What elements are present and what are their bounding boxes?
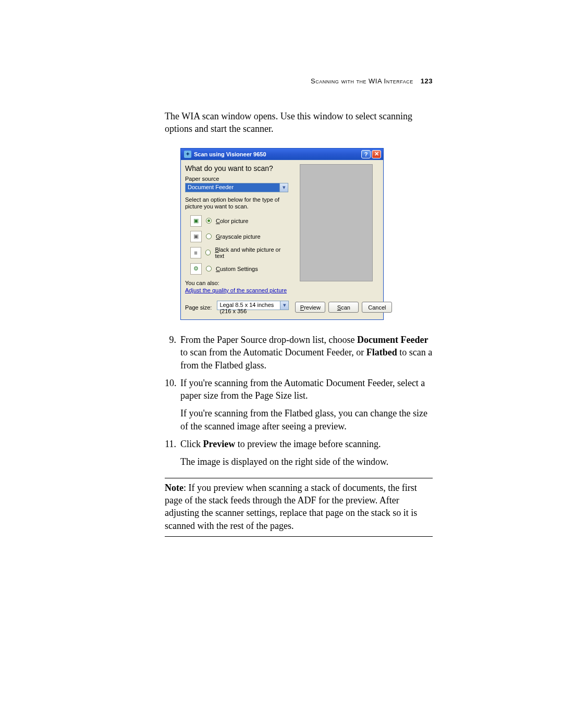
steps-list: 9. From the Paper Source drop-down list,… — [165, 334, 433, 468]
paper-source-label: Paper source — [185, 176, 288, 182]
divider — [165, 478, 433, 478]
step-number: 10. — [165, 377, 180, 433]
custom-settings-icon: ⚙ — [190, 263, 202, 275]
radio-color[interactable] — [206, 218, 212, 224]
page-size-label: Page size: — [185, 304, 212, 311]
option-custom-label: Custom Settings — [216, 266, 258, 272]
radio-custom[interactable] — [206, 266, 212, 272]
step-number: 11. — [165, 438, 180, 468]
running-header: Scanning with the WIA Interface 123 — [165, 77, 433, 85]
instruction-text: Select an option below for the type of p… — [185, 196, 288, 210]
option-bw[interactable]: ≡ Black and white picture or text — [185, 244, 288, 261]
note-label: Note — [165, 483, 183, 493]
you-can-also-label: You can also: — [185, 280, 288, 286]
note-paragraph: Note: If you preview when scanning a sta… — [165, 482, 433, 532]
help-button[interactable]: ? — [361, 150, 371, 158]
page-content: Scanning with the WIA Interface 123 The … — [165, 77, 433, 537]
page-size-value: Legal 8.5 x 14 inches (216 x 356 — [217, 301, 280, 310]
page-size-dropdown[interactable]: Legal 8.5 x 14 inches (216 x 356 ▾ — [217, 301, 289, 310]
option-custom[interactable]: ⚙ Custom Settings — [185, 261, 288, 277]
intro-paragraph: The WIA scan window opens. Use this wind… — [165, 110, 433, 135]
adjust-quality-link[interactable]: Adjust the quality of the scanned pictur… — [185, 287, 287, 293]
step-11: 11. Click Preview to preview the image b… — [165, 438, 433, 468]
step-number: 9. — [165, 334, 180, 372]
divider — [165, 536, 433, 537]
page-number: 123 — [421, 77, 433, 85]
scan-button[interactable]: Scan — [328, 302, 359, 313]
step-10: 10. If you're scanning from the Automati… — [165, 377, 433, 433]
step-text: If you're scanning from the Automatic Do… — [180, 377, 433, 433]
section-title: Scanning with the WIA Interface — [311, 77, 413, 85]
right-pane — [293, 164, 379, 293]
app-icon: ✦ — [184, 151, 191, 158]
preview-area[interactable] — [300, 164, 373, 281]
option-bw-label: Black and white picture or text — [215, 246, 287, 259]
dialog-heading: What do you want to scan? — [185, 164, 288, 172]
window-title: Scan using Visioneer 9650 — [194, 151, 361, 157]
titlebar: ✦ Scan using Visioneer 9650 ? ✕ — [181, 149, 383, 160]
paper-source-dropdown[interactable]: Document Feeder ▾ — [185, 183, 288, 192]
grayscale-picture-icon: ▣ — [190, 231, 202, 242]
option-color[interactable]: ▣ Color picture — [185, 213, 288, 229]
titlebar-buttons: ? ✕ — [361, 150, 381, 158]
bw-text-icon: ≡ — [190, 247, 201, 258]
paper-source-value: Document Feeder — [186, 183, 279, 192]
preview-button[interactable]: Preview — [295, 302, 325, 313]
wia-scan-dialog: ✦ Scan using Visioneer 9650 ? ✕ What do … — [180, 148, 384, 320]
radio-bw[interactable] — [205, 250, 211, 255]
note-text: : If you preview when scanning a stack o… — [165, 483, 417, 531]
option-grayscale[interactable]: ▣ Grayscale picture — [185, 229, 288, 244]
step-9: 9. From the Paper Source drop-down list,… — [165, 334, 433, 372]
left-pane: What do you want to scan? Paper source D… — [185, 164, 288, 293]
option-grayscale-label: Grayscale picture — [216, 233, 261, 240]
option-color-label: Color picture — [216, 218, 248, 224]
chevron-down-icon: ▾ — [279, 183, 288, 192]
cancel-button[interactable]: Cancel — [362, 302, 392, 313]
chevron-down-icon: ▾ — [280, 301, 288, 310]
step-text: From the Paper Source drop-down list, ch… — [180, 334, 433, 372]
dialog-body: What do you want to scan? Paper source D… — [181, 160, 383, 298]
radio-grayscale[interactable] — [206, 233, 212, 239]
close-button[interactable]: ✕ — [372, 150, 381, 158]
step-text: Click Preview to preview the image befor… — [180, 438, 433, 468]
color-picture-icon: ▣ — [190, 215, 202, 227]
dialog-footer: Page size: Legal 8.5 x 14 inches (216 x … — [181, 298, 383, 319]
